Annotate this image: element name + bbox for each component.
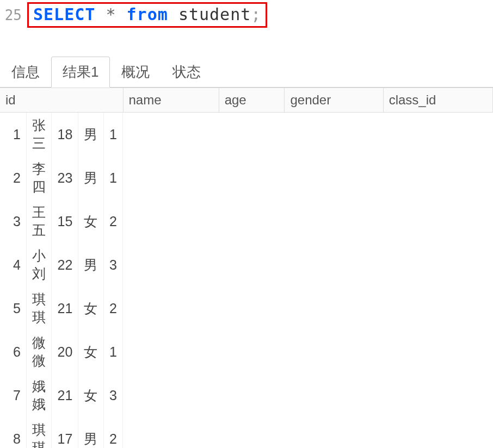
cell-id[interactable]: 2 — [0, 156, 26, 200]
cell-name[interactable]: 小刘 — [26, 243, 51, 287]
cell-gender[interactable]: 女 — [78, 374, 103, 417]
cell-name[interactable]: 李四 — [26, 156, 51, 200]
cell-gender[interactable]: 男 — [78, 243, 103, 287]
table-row[interactable]: 3王五15女2 — [0, 200, 123, 243]
cell-name[interactable]: 琪琪 — [26, 287, 51, 330]
col-header-age[interactable]: age — [219, 88, 285, 113]
col-header-name[interactable]: name — [123, 88, 219, 113]
cell-name[interactable]: 张三 — [26, 113, 51, 156]
sql-star: * — [106, 5, 116, 24]
cell-id[interactable]: 7 — [0, 374, 26, 417]
cell-age[interactable]: 22 — [52, 243, 78, 287]
cell-id[interactable]: 3 — [0, 200, 26, 243]
table-row[interactable]: 6微微20女1 — [0, 330, 123, 374]
cell-class-id[interactable]: 2 — [103, 287, 122, 330]
table-row[interactable]: 7娥娥21女3 — [0, 374, 123, 417]
cell-class-id[interactable]: 2 — [103, 417, 122, 448]
cell-gender[interactable]: 男 — [78, 417, 103, 448]
cell-age[interactable]: 21 — [52, 287, 78, 330]
cell-name[interactable]: 微微 — [26, 330, 51, 374]
sql-statement-highlight[interactable]: SELECT * from student; — [27, 2, 267, 28]
grid-header-row: id name age gender class_id — [0, 88, 493, 113]
col-header-class-id[interactable]: class_id — [383, 88, 492, 113]
cell-name[interactable]: 王五 — [26, 200, 51, 243]
cell-class-id[interactable]: 1 — [103, 330, 122, 374]
cell-name[interactable]: 琪琪 — [26, 417, 51, 448]
cell-id[interactable]: 4 — [0, 243, 26, 287]
table-row[interactable]: 5琪琪21女2 — [0, 287, 123, 330]
cell-gender[interactable]: 女 — [78, 330, 103, 374]
line-number: 25 — [0, 7, 27, 23]
cell-age[interactable]: 17 — [52, 417, 78, 448]
table-row[interactable]: 4小刘22男3 — [0, 243, 123, 287]
sql-keyword-from: from — [127, 5, 168, 24]
tab-info[interactable]: 信息 — [0, 57, 51, 88]
cell-age[interactable]: 20 — [52, 330, 78, 374]
cell-class-id[interactable]: 3 — [103, 374, 122, 417]
cell-id[interactable]: 6 — [0, 330, 26, 374]
cell-class-id[interactable]: 2 — [103, 200, 122, 243]
col-header-id[interactable]: id — [0, 88, 123, 113]
cell-gender[interactable]: 女 — [78, 200, 103, 243]
cell-age[interactable]: 18 — [52, 113, 78, 156]
cell-class-id[interactable]: 3 — [103, 243, 122, 287]
result-tabs: 信息 结果1 概况 状态 — [0, 56, 493, 88]
cell-age[interactable]: 23 — [52, 156, 78, 200]
cell-class-id[interactable]: 1 — [103, 113, 122, 156]
cell-gender[interactable]: 男 — [78, 156, 103, 200]
sql-keyword-select: SELECT — [33, 5, 95, 24]
sql-semicolon: ; — [251, 5, 261, 24]
sql-table-name: student — [178, 5, 251, 24]
table-row[interactable]: 1张三18男1 — [0, 113, 123, 156]
cell-id[interactable]: 5 — [0, 287, 26, 330]
cell-name[interactable]: 娥娥 — [26, 374, 51, 417]
sql-editor-row: 25 SELECT * from student; — [0, 0, 493, 30]
cell-class-id[interactable]: 1 — [103, 156, 122, 200]
cell-id[interactable]: 8 — [0, 417, 26, 448]
table-row[interactable]: 2李四23男1 — [0, 156, 123, 200]
tab-status[interactable]: 状态 — [161, 57, 212, 88]
result-grid[interactable]: id name age gender class_id 1张三18男12李四23… — [0, 88, 493, 448]
cell-id[interactable]: 1 — [0, 113, 26, 156]
col-header-gender[interactable]: gender — [285, 88, 383, 113]
tab-profile[interactable]: 概况 — [110, 57, 161, 88]
cell-age[interactable]: 21 — [52, 374, 78, 417]
tab-result1[interactable]: 结果1 — [51, 57, 110, 88]
cell-age[interactable]: 15 — [52, 200, 78, 243]
table-row[interactable]: 8琪琪17男2 — [0, 417, 123, 448]
cell-gender[interactable]: 男 — [78, 113, 103, 156]
cell-gender[interactable]: 女 — [78, 287, 103, 330]
